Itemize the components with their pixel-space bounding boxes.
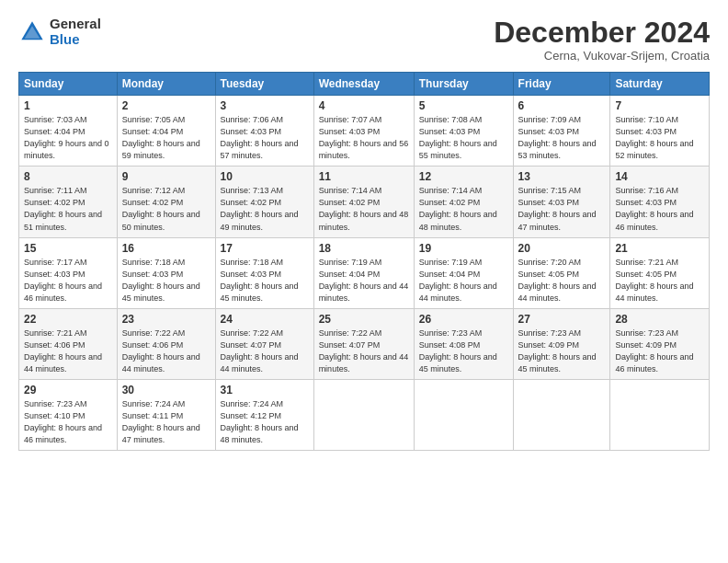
day-cell-20: 20Sunrise: 7:20 AMSunset: 4:05 PMDayligh… <box>513 237 610 308</box>
day-number: 21 <box>615 242 704 255</box>
day-info: Sunrise: 7:03 AMSunset: 4:04 PMDaylight:… <box>24 114 112 162</box>
day-info: Sunrise: 7:24 AMSunset: 4:11 PMDaylight:… <box>122 398 210 446</box>
day-number: 2 <box>122 99 210 112</box>
day-number: 27 <box>518 313 606 326</box>
day-info: Sunrise: 7:09 AMSunset: 4:03 PMDaylight:… <box>518 114 606 162</box>
day-cell-6: 6Sunrise: 7:09 AMSunset: 4:03 PMDaylight… <box>513 96 610 167</box>
day-cell-17: 17Sunrise: 7:18 AMSunset: 4:03 PMDayligh… <box>215 237 313 308</box>
col-header-wednesday: Wednesday <box>313 73 414 96</box>
day-cell-24: 24Sunrise: 7:22 AMSunset: 4:07 PMDayligh… <box>215 308 313 379</box>
day-info: Sunrise: 7:22 AMSunset: 4:07 PMDaylight:… <box>319 327 409 375</box>
day-cell-16: 16Sunrise: 7:18 AMSunset: 4:03 PMDayligh… <box>117 237 215 308</box>
header: General Blue December 2024 Cerna, Vukova… <box>18 17 710 63</box>
empty-cell <box>313 379 414 450</box>
empty-cell <box>414 379 513 450</box>
day-cell-26: 26Sunrise: 7:23 AMSunset: 4:08 PMDayligh… <box>414 308 513 379</box>
day-info: Sunrise: 7:23 AMSunset: 4:09 PMDaylight:… <box>615 327 704 375</box>
day-cell-1: 1Sunrise: 7:03 AMSunset: 4:04 PMDaylight… <box>19 96 118 167</box>
day-number: 8 <box>24 170 112 183</box>
day-number: 1 <box>24 99 112 112</box>
week-row-3: 15Sunrise: 7:17 AMSunset: 4:03 PMDayligh… <box>19 237 710 308</box>
day-cell-4: 4Sunrise: 7:07 AMSunset: 4:03 PMDaylight… <box>313 96 414 167</box>
day-number: 23 <box>122 313 210 326</box>
logo-icon <box>18 18 46 46</box>
day-info: Sunrise: 7:13 AMSunset: 4:02 PMDaylight:… <box>221 185 309 233</box>
day-number: 25 <box>319 313 409 326</box>
day-info: Sunrise: 7:14 AMSunset: 4:02 PMDaylight:… <box>319 185 409 233</box>
day-number: 12 <box>419 170 508 183</box>
location-subtitle: Cerna, Vukovar-Srijem, Croatia <box>494 49 710 63</box>
calendar-header-row: SundayMondayTuesdayWednesdayThursdayFrid… <box>19 73 710 96</box>
day-info: Sunrise: 7:07 AMSunset: 4:03 PMDaylight:… <box>319 114 409 162</box>
day-info: Sunrise: 7:23 AMSunset: 4:09 PMDaylight:… <box>518 327 606 375</box>
day-number: 14 <box>615 170 704 183</box>
day-number: 16 <box>122 242 210 255</box>
day-info: Sunrise: 7:18 AMSunset: 4:03 PMDaylight:… <box>122 257 210 304</box>
col-header-tuesday: Tuesday <box>215 73 313 96</box>
day-info: Sunrise: 7:08 AMSunset: 4:03 PMDaylight:… <box>419 114 508 162</box>
day-number: 15 <box>24 242 112 255</box>
day-cell-21: 21Sunrise: 7:21 AMSunset: 4:05 PMDayligh… <box>610 237 710 308</box>
day-cell-31: 31Sunrise: 7:24 AMSunset: 4:12 PMDayligh… <box>215 379 313 450</box>
week-row-4: 22Sunrise: 7:21 AMSunset: 4:06 PMDayligh… <box>19 308 710 379</box>
day-number: 31 <box>221 384 309 396</box>
logo-general: General <box>50 17 101 32</box>
day-cell-25: 25Sunrise: 7:22 AMSunset: 4:07 PMDayligh… <box>313 308 414 379</box>
day-info: Sunrise: 7:15 AMSunset: 4:03 PMDaylight:… <box>518 185 606 233</box>
col-header-saturday: Saturday <box>610 73 710 96</box>
day-cell-12: 12Sunrise: 7:14 AMSunset: 4:02 PMDayligh… <box>414 167 513 237</box>
month-title: December 2024 <box>494 17 710 49</box>
empty-cell <box>610 379 710 450</box>
day-cell-2: 2Sunrise: 7:05 AMSunset: 4:04 PMDaylight… <box>117 96 215 167</box>
day-cell-28: 28Sunrise: 7:23 AMSunset: 4:09 PMDayligh… <box>610 308 710 379</box>
day-cell-14: 14Sunrise: 7:16 AMSunset: 4:03 PMDayligh… <box>610 167 710 237</box>
day-number: 13 <box>518 170 606 183</box>
day-number: 18 <box>319 242 409 255</box>
day-number: 9 <box>122 170 210 183</box>
week-row-5: 29Sunrise: 7:23 AMSunset: 4:10 PMDayligh… <box>19 379 710 450</box>
day-number: 10 <box>221 170 309 183</box>
day-number: 26 <box>419 313 508 326</box>
title-block: December 2024 Cerna, Vukovar-Srijem, Cro… <box>494 17 710 63</box>
day-number: 11 <box>319 170 409 183</box>
day-info: Sunrise: 7:12 AMSunset: 4:02 PMDaylight:… <box>122 185 210 233</box>
day-number: 30 <box>122 384 210 396</box>
day-info: Sunrise: 7:06 AMSunset: 4:03 PMDaylight:… <box>221 114 309 162</box>
day-number: 24 <box>221 313 309 326</box>
day-info: Sunrise: 7:21 AMSunset: 4:05 PMDaylight:… <box>615 257 704 304</box>
day-cell-27: 27Sunrise: 7:23 AMSunset: 4:09 PMDayligh… <box>513 308 610 379</box>
day-number: 3 <box>221 99 309 112</box>
day-info: Sunrise: 7:11 AMSunset: 4:02 PMDaylight:… <box>24 185 112 233</box>
calendar-page: General Blue December 2024 Cerna, Vukova… <box>0 0 728 563</box>
day-info: Sunrise: 7:21 AMSunset: 4:06 PMDaylight:… <box>24 327 112 375</box>
day-number: 5 <box>419 99 508 112</box>
logo-text: General Blue <box>50 17 101 47</box>
day-cell-29: 29Sunrise: 7:23 AMSunset: 4:10 PMDayligh… <box>19 379 118 450</box>
day-cell-15: 15Sunrise: 7:17 AMSunset: 4:03 PMDayligh… <box>19 237 118 308</box>
logo-blue: Blue <box>50 32 101 48</box>
col-header-sunday: Sunday <box>19 73 118 96</box>
day-number: 17 <box>221 242 309 255</box>
week-row-1: 1Sunrise: 7:03 AMSunset: 4:04 PMDaylight… <box>19 96 710 167</box>
day-info: Sunrise: 7:16 AMSunset: 4:03 PMDaylight:… <box>615 185 704 233</box>
day-info: Sunrise: 7:17 AMSunset: 4:03 PMDaylight:… <box>24 257 112 304</box>
day-cell-9: 9Sunrise: 7:12 AMSunset: 4:02 PMDaylight… <box>117 167 215 237</box>
logo: General Blue <box>18 17 101 47</box>
day-cell-19: 19Sunrise: 7:19 AMSunset: 4:04 PMDayligh… <box>414 237 513 308</box>
day-cell-13: 13Sunrise: 7:15 AMSunset: 4:03 PMDayligh… <box>513 167 610 237</box>
col-header-thursday: Thursday <box>414 73 513 96</box>
empty-cell <box>513 379 610 450</box>
day-cell-23: 23Sunrise: 7:22 AMSunset: 4:06 PMDayligh… <box>117 308 215 379</box>
day-info: Sunrise: 7:22 AMSunset: 4:06 PMDaylight:… <box>122 327 210 375</box>
day-number: 4 <box>319 99 409 112</box>
day-info: Sunrise: 7:19 AMSunset: 4:04 PMDaylight:… <box>419 257 508 304</box>
day-info: Sunrise: 7:23 AMSunset: 4:08 PMDaylight:… <box>419 327 508 375</box>
day-number: 22 <box>24 313 112 326</box>
day-cell-8: 8Sunrise: 7:11 AMSunset: 4:02 PMDaylight… <box>19 167 118 237</box>
day-number: 28 <box>615 313 704 326</box>
day-number: 19 <box>419 242 508 255</box>
day-info: Sunrise: 7:19 AMSunset: 4:04 PMDaylight:… <box>319 257 409 304</box>
day-info: Sunrise: 7:22 AMSunset: 4:07 PMDaylight:… <box>221 327 309 375</box>
day-number: 6 <box>518 99 606 112</box>
day-info: Sunrise: 7:18 AMSunset: 4:03 PMDaylight:… <box>221 257 309 304</box>
